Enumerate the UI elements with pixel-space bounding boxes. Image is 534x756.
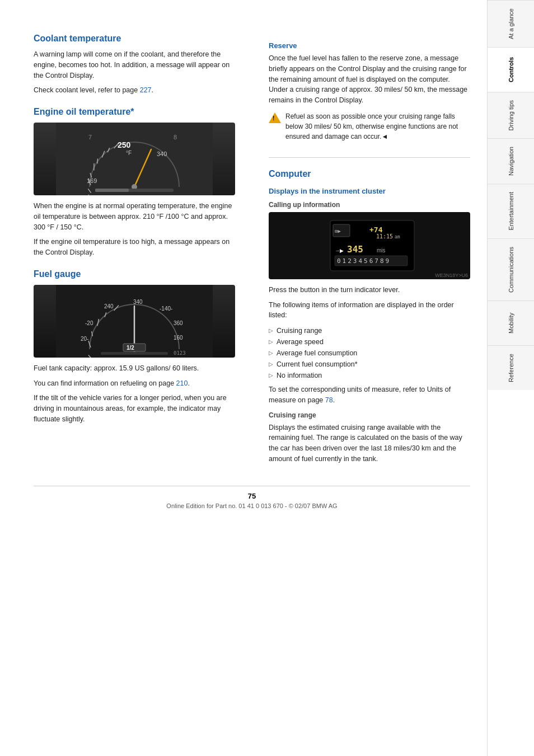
page-number: 75 <box>34 492 470 500</box>
svg-text:345: 345 <box>347 244 363 255</box>
svg-text:8: 8 <box>174 134 177 140</box>
svg-text:340: 340 <box>157 151 167 157</box>
cruising-range-subtitle: Cruising range <box>269 411 470 419</box>
fuel-gauge-body2: You can find information on refueling on… <box>34 378 235 389</box>
svg-text:11:15: 11:15 <box>376 233 393 240</box>
coolant-temperature-body1: A warning lamp will come on if the coola… <box>34 49 235 81</box>
svg-text:360: 360 <box>174 320 183 326</box>
two-column-layout: Coolant temperature A warning lamp will … <box>34 34 470 469</box>
list-item-avg-fuel: Average fuel consumption <box>269 348 470 359</box>
fuel-gauge-body3: If the tilt of the vehicle varies for a … <box>34 393 235 424</box>
units-text: To set the corresponding units of measur… <box>269 384 470 406</box>
svg-text:+74: +74 <box>369 226 383 234</box>
left-column: Coolant temperature A warning lamp will … <box>34 34 241 469</box>
units-link[interactable]: 78 <box>325 396 333 404</box>
engine-oil-body1: When the engine is at normal operating t… <box>34 201 235 232</box>
reserve-section: Reserve Once the fuel level has fallen t… <box>269 41 470 146</box>
svg-text:7: 7 <box>88 134 92 140</box>
cluster-image-caption: WE3N18Y>U6 <box>435 273 468 278</box>
right-tabs: At a glance Controls Driving tips Naviga… <box>487 0 534 756</box>
svg-text:°F: °F <box>126 150 132 156</box>
svg-text:169: 169 <box>87 177 97 184</box>
reserve-body1: Once the fuel level has fallen to the re… <box>269 53 470 106</box>
right-column: Reserve Once the fuel level has fallen t… <box>263 34 470 469</box>
svg-text:→▶: →▶ <box>335 248 344 253</box>
fuel-gauge-image: 20- -20 240 340 -140- 360 160 1/2 <box>34 285 235 358</box>
warning-box: Refuel as soon as possible once your cru… <box>269 111 470 146</box>
fuel-gauge-body1: Fuel tank capacity: approx. 15.9 US gall… <box>34 363 235 374</box>
svg-rect-23 <box>95 189 129 192</box>
svg-text:am: am <box>395 234 400 240</box>
svg-rect-45 <box>101 352 168 355</box>
svg-text:250: 250 <box>118 140 131 149</box>
cruising-range-body: Displays the estimated cruising range av… <box>269 422 470 464</box>
tab-at-a-glance[interactable]: At a glance <box>488 0 534 47</box>
svg-text:-20: -20 <box>85 320 93 326</box>
tab-communications[interactable]: Communications <box>488 238 534 300</box>
tab-mobility[interactable]: Mobility <box>488 300 534 345</box>
coolant-temperature-title: Coolant temperature <box>34 34 235 44</box>
reserve-title: Reserve <box>269 41 470 50</box>
svg-text:⊞▶: ⊞▶ <box>335 228 341 234</box>
tab-reference[interactable]: Reference <box>488 345 534 390</box>
calling-up-subtitle: Calling up information <box>269 201 470 209</box>
svg-text:0123: 0123 <box>174 350 186 356</box>
tab-navigation[interactable]: Navigation <box>488 138 534 184</box>
coolant-temperature-body2: Check coolant level, refer to page 227. <box>34 85 235 96</box>
section-divider <box>269 157 470 158</box>
svg-text:mis: mis <box>377 247 386 253</box>
svg-text:160: 160 <box>174 335 183 341</box>
warning-text: Refuel as soon as possible once your cru… <box>285 111 470 142</box>
svg-text:-140-: -140- <box>160 306 172 312</box>
list-item-avg-speed: Average speed <box>269 336 470 348</box>
svg-text:20-: 20- <box>81 336 88 342</box>
list-item-cruising: Cruising range <box>269 325 470 336</box>
main-content: Coolant temperature A warning lamp will … <box>0 0 487 756</box>
list-intro: The following items of information are d… <box>269 300 470 321</box>
footer-text: Online Edition for Part no. 01 41 0 013 … <box>34 503 470 509</box>
fuel-gauge-title: Fuel gauge <box>34 269 235 279</box>
calling-up-body: Press the button in the turn indicator l… <box>269 285 470 295</box>
instrument-cluster-image: ⊞▶ +74 11:15 am →▶ 345 mis <box>269 212 470 279</box>
list-item-no-info: No information <box>269 370 470 381</box>
displays-instrument-subtitle: Displays in the instrument cluster <box>269 187 470 195</box>
tab-driving-tips[interactable]: Driving tips <box>488 92 534 138</box>
svg-text:0123456789: 0123456789 <box>337 257 391 265</box>
tab-controls[interactable]: Controls <box>488 47 534 92</box>
page-container: Coolant temperature A warning lamp will … <box>0 0 534 756</box>
computer-section: Computer Displays in the instrument clus… <box>269 169 470 464</box>
oil-temperature-gauge-image: 169 250 340 °F 7 8 <box>34 123 235 195</box>
fuel-gauge-section: Fuel gauge <box>34 269 235 425</box>
coolant-page-link[interactable]: 227 <box>140 86 152 94</box>
fuel-page-link[interactable]: 210 <box>176 379 188 387</box>
engine-oil-body2: If the engine oil temperature is too hig… <box>34 237 235 258</box>
warning-triangle-icon <box>269 112 281 123</box>
coolant-temperature-section: Coolant temperature A warning lamp will … <box>34 34 235 96</box>
page-footer: 75 Online Edition for Part no. 01 41 0 0… <box>34 486 470 509</box>
svg-text:340: 340 <box>133 299 143 305</box>
engine-oil-temperature-section: Engine oil temperature* <box>34 107 235 258</box>
svg-text:1/2: 1/2 <box>127 345 134 351</box>
computer-title: Computer <box>269 169 470 179</box>
computer-list: Cruising range Average speed Average fue… <box>269 325 470 381</box>
svg-text:240: 240 <box>104 303 114 309</box>
tab-entertainment[interactable]: Entertainment <box>488 184 534 238</box>
list-item-current-fuel: Current fuel consumption* <box>269 359 470 370</box>
engine-oil-temperature-title: Engine oil temperature* <box>34 107 235 117</box>
